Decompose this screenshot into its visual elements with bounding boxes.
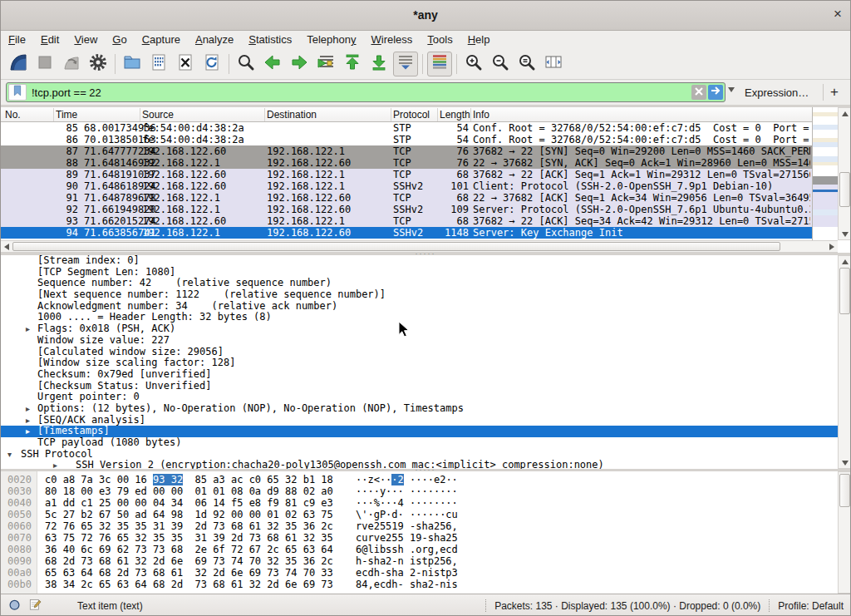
- ascii-bytes[interactable]: ecdh-sha 2-nistp3: [356, 567, 458, 579]
- close-icon[interactable]: ×: [834, 6, 842, 22]
- ascii-bytes[interactable]: rve25519 -sha256,: [356, 520, 458, 532]
- scroll-up-icon[interactable]: [839, 256, 851, 267]
- column-header-no[interactable]: No.: [5, 109, 51, 121]
- hex-bytes[interactable]: 68 2d 73 68 61 32 2d 6e 69 73 74 70 32 3…: [45, 555, 333, 567]
- detail-row[interactable]: Urgent pointer: 0: [1, 392, 838, 403]
- hex-row-0090[interactable]: 009068 2d 73 68 61 32 2d 6e 69 73 74 70 …: [1, 555, 838, 567]
- detail-row[interactable]: [Window size scaling factor: 128]: [1, 357, 838, 369]
- menu-help[interactable]: Help: [460, 31, 498, 49]
- expander-open-icon[interactable]: ▾: [7, 449, 12, 461]
- capture-comment-button[interactable]: [28, 597, 42, 614]
- zoom-out-button[interactable]: [488, 52, 513, 76]
- close-file-button[interactable]: [173, 52, 198, 76]
- packet-row-93[interactable]: 9371.662015274192.168.122.60192.168.122.…: [1, 215, 812, 227]
- detail-row[interactable]: [Checksum Status: Unverified]: [1, 381, 838, 392]
- title-bar[interactable]: *any ×: [1, 1, 850, 31]
- detail-row[interactable]: Window size value: 227: [1, 335, 838, 347]
- hex-bytes[interactable]: 65 63 64 68 2d 73 68 61 32 2d 6e 69 73 7…: [45, 567, 333, 579]
- packet-minimap[interactable]: [812, 107, 838, 240]
- bytes-scrollbar[interactable]: [838, 471, 851, 594]
- column-header-info[interactable]: Info: [473, 109, 805, 121]
- hex-bytes[interactable]: 38 34 2c 65 63 64 68 2d 73 68 61 32 2d 6…: [45, 579, 333, 590]
- expander-closed-icon[interactable]: ▸: [26, 323, 30, 335]
- find-packet-button[interactable]: [234, 52, 258, 76]
- hex-bytes[interactable]: 5c 27 b2 67 50 ad 64 98 1d 92 00 00 01 0…: [45, 509, 333, 520]
- scrollbar-thumb[interactable]: [839, 474, 850, 507]
- expander-closed-icon[interactable]: ▸: [26, 403, 30, 415]
- packet-row-86[interactable]: 8670.013850163fe:54:00:d4:38:2aSTP54Conf…: [1, 134, 812, 145]
- zoom-100-button[interactable]: [514, 52, 539, 76]
- start-capture-button[interactable]: [6, 52, 31, 76]
- hex-row-0050[interactable]: 00505c 27 b2 67 50 ad 64 98 1d 92 00 00 …: [1, 509, 838, 520]
- add-filter-button[interactable]: +: [830, 84, 839, 101]
- ascii-bytes[interactable]: \'·gP·d· ······cu: [356, 509, 458, 520]
- filter-bookmark-button[interactable]: [8, 84, 27, 101]
- detail-row[interactable]: [Stream index: 0]: [1, 255, 838, 267]
- resize-columns-button[interactable]: [541, 52, 566, 76]
- menu-capture[interactable]: Capture: [135, 31, 188, 49]
- detail-row[interactable]: [Next sequence number: 1122 (relative se…: [1, 289, 838, 301]
- hex-row-00b0[interactable]: 00b038 34 2c 65 63 64 68 2d 73 68 61 32 …: [1, 579, 838, 590]
- hex-row-0020[interactable]: 0020c0 a8 7a 3c 00 16 93 32 85 a3 ac c0 …: [1, 474, 838, 485]
- hex-bytes[interactable]: a1 dd c1 25 00 00 04 34 06 14 f5 e8 f9 8…: [45, 497, 333, 509]
- ascii-bytes[interactable]: h-sha2-n istp256,: [356, 555, 458, 567]
- packet-row-88[interactable]: 8871.648146932192.168.122.1192.168.122.6…: [1, 157, 812, 169]
- expression-button[interactable]: Expression…: [745, 86, 809, 99]
- hex-bytes[interactable]: 72 76 65 32 35 35 31 39 2d 73 68 61 32 3…: [45, 520, 333, 532]
- expander-closed-icon[interactable]: ▸: [26, 415, 30, 426]
- packet-row-89[interactable]: 8971.648191037192.168.122.60192.168.122.…: [1, 169, 812, 180]
- menu-analyze[interactable]: Analyze: [188, 31, 241, 49]
- scrollbar-thumb[interactable]: [12, 242, 780, 251]
- packet-row-85[interactable]: 8568.001734936fe:54:00:d4:38:2aSTP54Conf…: [1, 122, 812, 134]
- auto-scroll-button[interactable]: [393, 52, 418, 76]
- column-divider[interactable]: [391, 108, 391, 121]
- ascii-bytes[interactable]: 84,ecdh- sha2-nis: [356, 579, 458, 590]
- packet-row-90[interactable]: 9071.648618924192.168.122.60192.168.122.…: [1, 180, 812, 192]
- go-to-packet-button[interactable]: [313, 52, 338, 76]
- reload-file-button[interactable]: [199, 52, 224, 76]
- column-header-protocol[interactable]: Protocol: [393, 109, 436, 121]
- menu-telephony[interactable]: Telephony: [299, 31, 363, 49]
- details-scrollbar[interactable]: [838, 255, 851, 469]
- hex-bytes[interactable]: 80 18 00 e3 79 ed 00 00 01 01 08 0a d9 8…: [45, 485, 333, 497]
- expert-info-button[interactable]: [7, 597, 22, 614]
- detail-row[interactable]: ▸[Timestamps]: [1, 426, 838, 437]
- detail-row[interactable]: [TCP Segment Len: 1080]: [1, 267, 838, 278]
- go-first-button[interactable]: [340, 52, 365, 76]
- filter-apply-button[interactable]: [708, 85, 723, 100]
- hex-row-0070[interactable]: 007063 75 72 76 65 32 35 35 31 39 2d 73 …: [1, 532, 838, 544]
- column-divider[interactable]: [437, 108, 438, 121]
- go-last-button[interactable]: [366, 52, 391, 76]
- packet-row-87[interactable]: 8771.647777234192.168.122.60192.168.122.…: [1, 145, 812, 157]
- display-filter-field[interactable]: !tcp.port == 22: [6, 82, 726, 102]
- detail-row[interactable]: ▸[SEQ/ACK analysis]: [1, 415, 838, 426]
- restart-capture-button[interactable]: [59, 52, 84, 76]
- save-file-button[interactable]: [146, 52, 171, 76]
- filter-clear-button[interactable]: [691, 85, 706, 100]
- hex-bytes[interactable]: c0 a8 7a 3c 00 16 93 32 85 a3 ac c0 65 3…: [45, 474, 333, 485]
- menu-wireless[interactable]: Wireless: [364, 31, 421, 49]
- scrollbar-thumb[interactable]: [839, 172, 850, 207]
- expander-closed-icon[interactable]: ▸: [53, 460, 57, 469]
- column-header-destination[interactable]: Destination: [267, 109, 390, 121]
- detail-row[interactable]: TCP payload (1080 bytes): [1, 437, 838, 449]
- column-divider[interactable]: [140, 108, 140, 121]
- scroll-down-icon[interactable]: [839, 229, 851, 239]
- column-header-length[interactable]: Length: [440, 109, 470, 121]
- scroll-left-icon[interactable]: [1, 241, 12, 252]
- detail-row[interactable]: ▸Flags: 0x018 (PSH, ACK): [1, 323, 838, 335]
- detail-row[interactable]: ▸Options: (12 bytes), No-Operation (NOP)…: [1, 403, 838, 415]
- packet-row-94[interactable]: 9471.663856741192.168.122.1192.168.122.6…: [1, 227, 812, 239]
- hex-bytes[interactable]: 63 75 72 76 65 32 35 35 31 39 2d 73 68 6…: [45, 532, 333, 544]
- zoom-in-button[interactable]: [461, 52, 486, 76]
- column-divider[interactable]: [470, 108, 471, 121]
- detail-row[interactable]: 1000 .... = Header Length: 32 bytes (8): [1, 312, 838, 323]
- go-forward-button[interactable]: [287, 52, 312, 76]
- expander-closed-icon[interactable]: ▸: [26, 426, 30, 437]
- column-divider[interactable]: [264, 108, 265, 121]
- menu-edit[interactable]: Edit: [33, 31, 66, 49]
- scroll-down-icon[interactable]: [839, 457, 851, 468]
- menu-tools[interactable]: Tools: [420, 31, 460, 49]
- detail-row[interactable]: [Calculated window size: 29056]: [1, 347, 838, 358]
- packet-row-91[interactable]: 9171.648789678192.168.122.1192.168.122.6…: [1, 192, 812, 204]
